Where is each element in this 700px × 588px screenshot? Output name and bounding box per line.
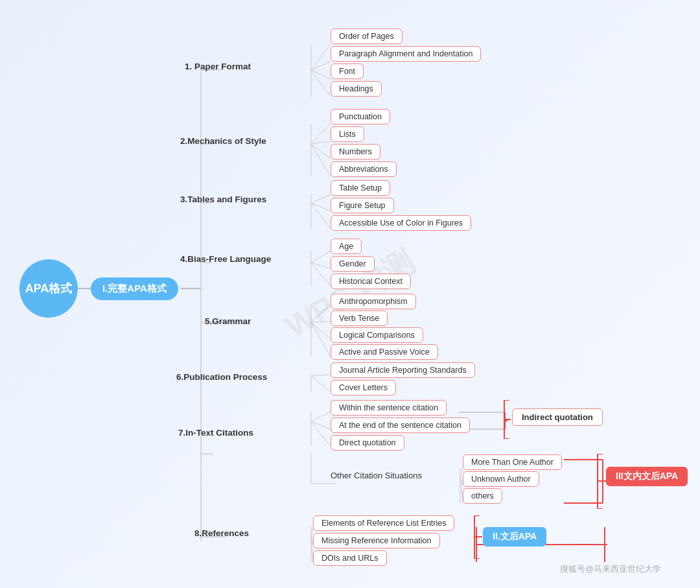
svg-line-28 xyxy=(311,322,331,339)
svg-line-33 xyxy=(311,376,331,392)
leaf-anthropomorphism: Anthropomorphism xyxy=(331,294,416,309)
svg-line-11 xyxy=(311,141,331,144)
leaf-figure-setup: Figure Setup xyxy=(331,198,394,213)
leaf-active-passive: Active and Passive Voice xyxy=(331,344,438,360)
svg-line-23 xyxy=(311,263,331,286)
leaf-direct-quotation: Direct quotation xyxy=(331,435,404,451)
svg-line-32 xyxy=(311,375,331,376)
canvas: WPS 内测 APA格式 I.完整APA格式 1. Paper Format O… xyxy=(0,0,700,588)
root-node: APA格式 xyxy=(19,259,78,318)
leaf-logical-comparisons: Logical Comparisons xyxy=(331,327,423,343)
cat-pub: 6.Publication Process xyxy=(176,372,267,382)
cat-paper: 1. Paper Format xyxy=(185,62,251,71)
svg-line-10 xyxy=(311,124,331,144)
bracket-indirect: Indirect quotation xyxy=(512,408,603,426)
svg-line-21 xyxy=(311,251,331,263)
iii-bracket-svg xyxy=(596,454,605,509)
watermark: 搜狐号@马来西亚世纪大学 xyxy=(560,563,661,575)
leaf-numbers: Numbers xyxy=(331,144,380,159)
leaf-punctuation: Punctuation xyxy=(331,109,390,124)
leaf-cover-letters: Cover Letters xyxy=(331,380,396,395)
ii-bracket-svg xyxy=(473,515,482,559)
svg-line-7 xyxy=(311,70,331,97)
leaf-font: Font xyxy=(331,64,364,79)
leaf-paragraph-alignment: Paragraph Alignment and Indentation xyxy=(331,46,481,62)
leaf-dois-urls: DOIs and URLs xyxy=(313,550,387,566)
cat-mechanics: 2.Mechanics of Style xyxy=(180,136,266,146)
leaf-missing-ref: Missing Reference Information xyxy=(313,533,440,548)
svg-line-26 xyxy=(311,305,331,322)
svg-line-12 xyxy=(311,144,331,159)
leaf-verb-tense: Verb Tense xyxy=(331,311,388,326)
leaf-journal-article: Journal Article Reporting Standards xyxy=(331,362,475,378)
l1-node: I.完整APA格式 xyxy=(91,277,178,300)
cat-bias: 4.Bias-Free Language xyxy=(180,254,271,264)
cat-grammar: 5.Grammar xyxy=(205,316,251,326)
leaf-gender: Gender xyxy=(331,256,375,272)
cat-tables: 3.Tables and Figures xyxy=(180,194,266,204)
leaf-accessible-color: Accessible Use of Color in Figures xyxy=(331,215,471,231)
leaf-historical-context: Historical Context xyxy=(331,274,411,289)
svg-line-6 xyxy=(311,70,331,79)
leaf-others: others xyxy=(463,488,502,504)
other-citations-label: Other Citation Situations xyxy=(331,471,422,480)
svg-line-13 xyxy=(311,144,331,176)
svg-line-16 xyxy=(311,194,331,203)
leaf-elements-ref: Elements of Reference List Entries xyxy=(313,515,454,531)
leaf-table-setup: Table Setup xyxy=(331,180,390,196)
leaf-unknown-author: Unknown Author xyxy=(463,471,539,487)
leaf-abbreviations: Abbreviations xyxy=(331,161,397,177)
cat-citations: 7.In-Text Citations xyxy=(178,428,253,438)
leaf-end-sentence: At the end of the sentence citation xyxy=(331,417,470,433)
svg-line-27 xyxy=(311,322,331,322)
indirect-bracket-svg xyxy=(503,400,511,439)
leaf-more-than-one: More Than One Author xyxy=(463,454,562,470)
leaf-age: Age xyxy=(331,239,362,254)
leaf-lists: Lists xyxy=(331,126,364,142)
bracket-iii: III文内文后APA xyxy=(606,467,688,486)
leaf-within-sentence: Within the sentence citation xyxy=(331,400,447,416)
leaf-order-of-pages: Order of Pages xyxy=(331,29,402,44)
cat-references: 8.References xyxy=(194,528,249,538)
svg-line-29 xyxy=(311,322,331,357)
svg-line-36 xyxy=(311,412,331,421)
bracket-ii: II.文后APA xyxy=(483,527,546,547)
svg-line-22 xyxy=(311,263,331,268)
leaf-headings: Headings xyxy=(331,81,382,97)
